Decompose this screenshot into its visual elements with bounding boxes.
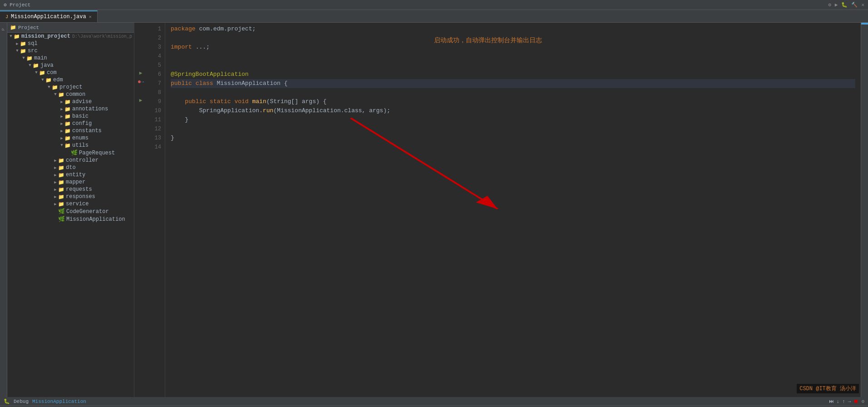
line-numbers: 1 2 3 4 5 6 7 8 9 10 11 12 13 14: [147, 23, 165, 397]
top-bar: ⚙ Project ⚙ ▶ 🐛 🔨 ✕: [0, 0, 868, 10]
root-label: mission_project: [21, 33, 70, 40]
root-path: D:\Java\work\mission_p: [72, 34, 132, 39]
left-sidebar-icons: P: [0, 23, 7, 397]
tree-header-label: Project: [18, 25, 39, 30]
annotations-label: annotations: [72, 106, 108, 112]
debug-settings[interactable]: ⚙: [861, 398, 864, 404]
right-sidebar: [861, 23, 868, 397]
tree-java[interactable]: ▼ 📁 java: [7, 62, 134, 69]
config-label: config: [72, 120, 92, 127]
tree-src[interactable]: ▼ 📁 src: [7, 47, 134, 55]
tree-content[interactable]: ▼ 📁 mission_project D:\Java\work\mission…: [7, 33, 134, 397]
code-editor: ▶ ● → ▶ 1 2 3 4 5 6 7: [134, 23, 861, 397]
tree-mapper[interactable]: ▶ 📁 mapper: [7, 179, 134, 186]
debug-step-into[interactable]: ↓: [837, 399, 840, 404]
codegenerator-label: CodeGenerator: [66, 208, 109, 215]
tab-close-icon[interactable]: ✕: [89, 14, 92, 20]
build-icon[interactable]: 🔨: [851, 2, 858, 8]
code-line-14: [171, 143, 855, 152]
tree-service[interactable]: ▶ 📁 service: [7, 200, 134, 208]
basic-label: basic: [72, 113, 89, 119]
java-label: java: [40, 62, 54, 69]
tree-basic[interactable]: ▶ 📁 basic: [7, 113, 134, 120]
tree-requests[interactable]: ▶ 📁 requests: [7, 186, 134, 193]
code-area[interactable]: package com.edm.project; import ...; @Sp…: [165, 23, 861, 397]
project-tree: 📁 Project ▼ 📁 mission_project D:\Java\wo…: [7, 23, 134, 397]
utils-label: utils: [72, 142, 89, 149]
tree-pagerequest[interactable]: 🌿 PageRequest: [7, 149, 134, 157]
breakpoint-7[interactable]: ●: [138, 78, 141, 85]
run-indicator-6[interactable]: ▶: [134, 68, 147, 77]
com-label: com: [47, 69, 57, 76]
tree-sql[interactable]: ▶ 📁 sql: [7, 40, 134, 47]
tree-edm[interactable]: ▼ 📁 edm: [7, 76, 134, 84]
tree-annotations[interactable]: ▶ 📁 annotations: [7, 105, 134, 113]
settings-icon[interactable]: ⚙: [828, 2, 831, 8]
code-line-10: SpringApplication.run(MissionApplication…: [171, 106, 855, 115]
code-line-12: [171, 124, 855, 134]
service-label: service: [66, 201, 89, 207]
debug-step-out[interactable]: ↑: [842, 399, 845, 404]
code-line-9: public static void main(String[] args) {: [171, 97, 855, 106]
debug-resume[interactable]: →: [848, 399, 851, 404]
edm-label: edm: [53, 77, 63, 83]
sql-label: sql: [28, 40, 38, 47]
tab-bar: J MissionApplication.java ✕: [0, 10, 868, 23]
project-label: ⚙ Project: [4, 2, 30, 8]
pagerequest-label: PageRequest: [79, 150, 115, 156]
run-icon[interactable]: ▶: [835, 2, 838, 8]
tree-config[interactable]: ▶ 📁 config: [7, 120, 134, 127]
controller-label: controller: [66, 157, 99, 164]
main-label: main: [34, 55, 47, 61]
project-folder-label: project: [59, 84, 82, 90]
code-content[interactable]: ▶ ● → ▶ 1 2 3 4 5 6 7: [134, 23, 861, 397]
code-line-7: public class MissionApplication {: [171, 79, 855, 88]
tree-utils[interactable]: ▼ 📁 utils: [7, 142, 134, 149]
run-indicator-9[interactable]: ▶: [134, 95, 147, 104]
code-line-4: [171, 52, 855, 61]
sidebar-project-icon[interactable]: P: [1, 28, 6, 30]
debug-stop[interactable]: ⏹: [853, 398, 858, 404]
main-layout: P 📁 Project ▼ 📁 mission_project D:\Java\…: [0, 23, 868, 397]
code-line-11: }: [171, 115, 855, 124]
tree-header: 📁 Project: [7, 23, 134, 33]
constants-label: constants: [72, 128, 102, 134]
debug-step-over[interactable]: ⏭: [829, 398, 834, 404]
tree-advise[interactable]: ▶ 📁 advise: [7, 98, 134, 105]
tree-controller[interactable]: ▶ 📁 controller: [7, 157, 134, 164]
tree-main[interactable]: ▼ 📁 main: [7, 55, 134, 62]
tree-dto[interactable]: ▶ 📁 dto: [7, 164, 134, 171]
tree-constants[interactable]: ▶ 📁 constants: [7, 127, 134, 134]
tree-root[interactable]: ▼ 📁 mission_project D:\Java\work\mission…: [7, 33, 134, 40]
tree-project[interactable]: ▼ 📁 project: [7, 84, 134, 91]
tree-entity[interactable]: ▶ 📁 entity: [7, 171, 134, 179]
tree-common[interactable]: ▼ 📁 common: [7, 91, 134, 98]
debug-icon[interactable]: 🐛: [841, 2, 848, 8]
entity-label: entity: [66, 172, 85, 178]
tree-enums[interactable]: ▶ 📁 enums: [7, 134, 134, 142]
tree-missionapp[interactable]: 🌿 MissionApplication: [7, 215, 134, 223]
tab-missionapplication[interactable]: J MissionApplication.java ✕: [0, 10, 98, 22]
bottom-panel-wrapper: 🐛 Debug MissionApplication ⏭ ↓ ↑ → ⏹ ⚙ 🐛…: [0, 397, 868, 407]
code-line-6: @SpringBootApplication: [171, 70, 855, 79]
code-line-5: [171, 61, 855, 70]
missionapp-label: MissionApplication: [66, 216, 125, 223]
debug-session-name[interactable]: MissionApplication: [32, 399, 86, 404]
tree-com[interactable]: ▼ 📁 com: [7, 69, 134, 76]
requests-label: requests: [66, 186, 92, 193]
toolbar-icons: ⚙ ▶ 🐛 🔨 ✕: [828, 2, 864, 8]
tree-codegenerator[interactable]: 🌿 CodeGenerator: [7, 208, 134, 215]
gutter-area: ▶ ● → ▶: [134, 23, 147, 397]
tree-responses[interactable]: ▶ 📁 responses: [7, 193, 134, 200]
common-label: common: [66, 91, 85, 98]
debug-label: 🐛: [4, 398, 10, 404]
mapper-label: mapper: [66, 179, 85, 185]
code-line-2: [171, 34, 855, 43]
tab-java-icon: J: [5, 15, 8, 20]
project-icon: 📁: [10, 25, 16, 30]
debug-session-label[interactable]: Debug: [14, 399, 29, 404]
enums-label: enums: [72, 135, 89, 141]
code-line-8: [171, 88, 855, 97]
code-line-1: package com.edm.project;: [171, 25, 855, 34]
close-icon[interactable]: ✕: [861, 2, 864, 8]
